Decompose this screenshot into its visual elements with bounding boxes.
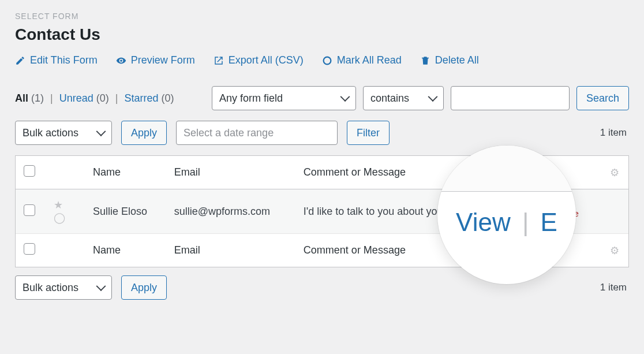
export-csv-button[interactable]: Export All (CSV) — [214, 54, 304, 66]
status-starred[interactable]: Starred — [125, 92, 159, 104]
status-filter: All (1) | Unread (0) | Starred (0) — [15, 92, 174, 105]
field-select-value: Any form field — [219, 92, 283, 105]
row-name: Sullie Eloso — [85, 189, 166, 234]
magnifier-view: View — [456, 208, 511, 236]
item-count-bottom: 1 item — [600, 282, 629, 293]
delete-all-label: Delete All — [435, 54, 479, 66]
form-actions-bar: Edit This Form Preview Form Export All (… — [15, 54, 629, 76]
export-csv-label: Export All (CSV) — [229, 54, 304, 66]
condition-select[interactable]: contains — [363, 86, 444, 110]
magnifier-overlay: View | E — [437, 146, 576, 284]
col-email-footer[interactable]: Email — [166, 234, 295, 267]
edit-form-label: Edit This Form — [30, 54, 98, 66]
star-icon[interactable]: ★ — [54, 199, 63, 211]
eye-icon — [116, 55, 126, 66]
select-all-checkbox-top[interactable] — [24, 165, 35, 177]
preview-form-label: Preview Form — [131, 54, 195, 66]
col-name[interactable]: Name — [85, 156, 166, 189]
field-select[interactable]: Any form field — [212, 86, 356, 110]
row-email: sullie@wpforms.com — [166, 189, 295, 234]
select-all-checkbox-bottom[interactable] — [24, 243, 35, 255]
status-starred-count: (0) — [162, 92, 174, 104]
row-checkbox[interactable] — [24, 204, 35, 216]
mark-all-read-label: Mark All Read — [337, 54, 402, 66]
col-email[interactable]: Email — [166, 156, 295, 189]
search-input[interactable] — [451, 86, 570, 110]
pencil-icon — [15, 55, 25, 66]
gear-icon[interactable]: ⚙ — [610, 167, 619, 178]
search-button[interactable]: Search — [576, 86, 629, 110]
edit-form-button[interactable]: Edit This Form — [15, 54, 98, 66]
col-name-footer[interactable]: Name — [85, 234, 166, 267]
delete-all-button[interactable]: Delete All — [420, 54, 479, 66]
preview-form-button[interactable]: Preview Form — [116, 54, 195, 66]
apply-button-top[interactable]: Apply — [121, 121, 167, 145]
filter-button[interactable]: Filter — [347, 121, 390, 145]
bulk-actions-select-top[interactable]: Bulk actions — [15, 121, 112, 145]
condition-select-value: contains — [370, 92, 409, 105]
item-count-top: 1 item — [600, 127, 629, 139]
status-all-count: (1) — [31, 92, 44, 104]
bulk-actions-value-top: Bulk actions — [23, 127, 78, 139]
status-all[interactable]: All — [15, 92, 28, 104]
mark-all-read-button[interactable]: Mark All Read — [322, 54, 402, 66]
status-unread-count: (0) — [96, 92, 109, 104]
bulk-actions-select-bottom[interactable]: Bulk actions — [15, 275, 112, 300]
circle-icon — [322, 55, 332, 66]
date-range-input[interactable]: Select a date range — [176, 121, 338, 145]
bulk-actions-value-bottom: Bulk actions — [23, 282, 78, 294]
read-indicator-icon[interactable]: ◯ — [54, 211, 65, 224]
status-unread[interactable]: Unread — [59, 92, 93, 104]
apply-button-bottom[interactable]: Apply — [121, 275, 167, 300]
magnifier-edit-initial: E — [541, 208, 557, 236]
trash-icon — [420, 55, 430, 66]
select-form-label: SELECT FORM — [15, 12, 629, 21]
page-title: Contact Us — [15, 25, 629, 44]
date-range-placeholder: Select a date range — [184, 127, 274, 139]
gear-icon-footer[interactable]: ⚙ — [610, 245, 619, 256]
export-icon — [214, 55, 224, 66]
